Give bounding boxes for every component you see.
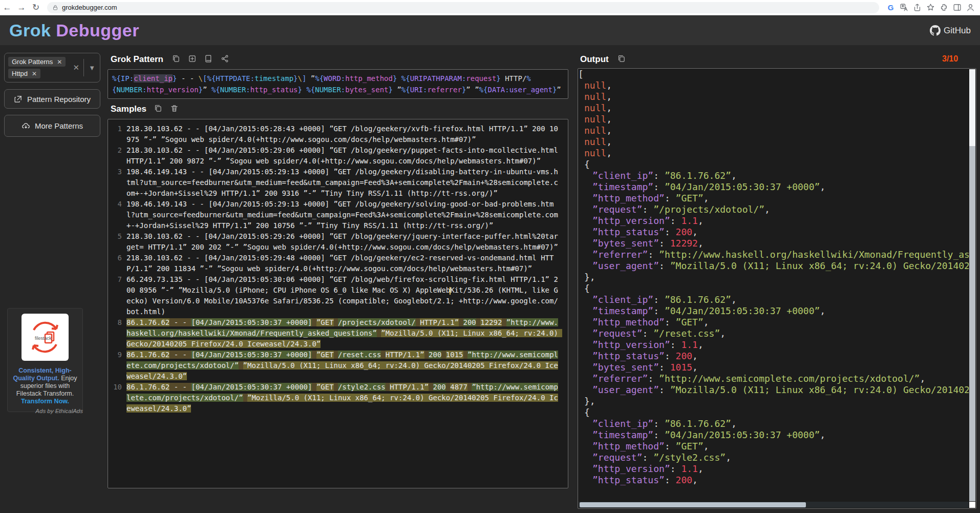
- title-grok: Grok: [9, 20, 51, 40]
- sample-line[interactable]: 2218.30.103.62 - - [04/Jan/2015:05:29:06…: [110, 145, 566, 167]
- output-line: ”request”: ”/projects/xdotool/”,: [578, 204, 969, 215]
- output-json: [null,null,null,null,null,null,null,{”cl…: [578, 68, 976, 509]
- sample-line[interactable]: 1218.30.103.62 - - [04/Jan/2015:05:28:43…: [110, 124, 566, 145]
- translate-icon[interactable]: [900, 3, 908, 12]
- title-debugger: Debugger: [56, 20, 139, 40]
- pattern-multiselect[interactable]: Grok Patterns ✕ Httpd ✕ ✕ ▼: [4, 53, 100, 83]
- cloud-download-icon: [22, 121, 30, 130]
- url-text: grokdebugger.com: [62, 4, 117, 11]
- side-panel-icon[interactable]: [953, 3, 962, 12]
- bookmark-star-icon[interactable]: [926, 3, 935, 12]
- grok-pattern-title: Grok Pattern: [111, 54, 163, 65]
- clear-all-icon[interactable]: ✕: [69, 63, 84, 72]
- chip-remove-icon[interactable]: ✕: [57, 58, 62, 66]
- grok-pattern-input[interactable]: %{IP:client_ip} - - \[%{HTTPDATE:timesta…: [108, 69, 568, 99]
- sample-text: 86.1.76.62 - - [04/Jan/2015:05:30:37 +00…: [126, 317, 561, 350]
- copy-icon[interactable]: [172, 54, 180, 63]
- sample-line[interactable]: 4198.46.149.143 - - [04/Jan/2015:05:29:1…: [110, 199, 566, 231]
- github-label: GitHub: [944, 26, 971, 36]
- output-line: null,: [578, 125, 969, 136]
- extensions-icon[interactable]: [940, 3, 948, 12]
- output-line: ”timestamp”: ”04/Jan/2015:05:30:37 +0000…: [578, 429, 969, 441]
- app-header: Grok Debugger GitHub: [0, 16, 980, 45]
- github-link[interactable]: GitHub: [930, 25, 971, 36]
- profile-icon[interactable]: [966, 3, 975, 12]
- output-line: ”http_status”: 200,: [578, 351, 969, 362]
- advertisement[interactable]: filestack Consistent, High-Quality Outpu…: [7, 308, 83, 412]
- chip-httpd[interactable]: Httpd ✕: [8, 69, 40, 78]
- samples-input[interactable]: 1218.30.103.62 - - [04/Jan/2015:05:28:43…: [108, 119, 568, 488]
- output-line: null,: [578, 80, 969, 91]
- sample-text: 66.249.73.135 - - [04/Jan/2015:05:30:06 …: [126, 274, 561, 317]
- sample-line[interactable]: 886.1.76.62 - - [04/Jan/2015:05:30:37 +0…: [110, 317, 566, 350]
- external-link-icon: [14, 95, 23, 104]
- ad-text: Consistent, High-Quality Output. Enjoy s…: [11, 367, 79, 405]
- output-line: ”http_method”: ”GET”,: [578, 317, 969, 328]
- output-line: {: [578, 159, 969, 170]
- more-patterns-button[interactable]: More Patterns: [4, 115, 100, 137]
- scrollbar-corner: [969, 502, 975, 508]
- sample-text: 218.30.103.62 - - [04/Jan/2015:05:29:48 …: [126, 253, 561, 274]
- add-icon[interactable]: [188, 54, 197, 63]
- sample-line[interactable]: 3198.46.149.143 - - [04/Jan/2015:05:29:1…: [110, 167, 566, 199]
- ad-cta-link[interactable]: Transform Now.: [21, 398, 69, 405]
- sample-text: 218.30.103.62 - - [04/Jan/2015:05:29:06 …: [126, 145, 561, 167]
- output-line: ”http_version”: 1.1,: [578, 463, 969, 475]
- sample-text: 198.46.149.143 - - [04/Jan/2015:05:29:13…: [126, 199, 561, 231]
- line-number: 10: [110, 382, 126, 414]
- output-line: null,: [578, 91, 969, 102]
- chip-grok-patterns[interactable]: Grok Patterns ✕: [8, 57, 66, 67]
- output-line: null,: [578, 136, 969, 148]
- output-line: ”request”: ”/style2.css”,: [578, 452, 969, 463]
- browser-actions: G: [886, 3, 980, 12]
- url-bar[interactable]: grokdebugger.com: [47, 2, 879, 13]
- output-line: {: [578, 407, 969, 418]
- output-line: null,: [578, 102, 969, 114]
- sample-line[interactable]: 766.249.73.135 - - [04/Jan/2015:05:30:06…: [110, 274, 566, 317]
- share-pattern-icon[interactable]: [221, 54, 229, 63]
- output-line: null,: [578, 114, 969, 125]
- github-icon: [930, 25, 941, 36]
- sample-line[interactable]: 6218.30.103.62 - - [04/Jan/2015:05:29:48…: [110, 253, 566, 274]
- google-icon[interactable]: G: [886, 3, 895, 12]
- chip-remove-icon[interactable]: ✕: [32, 70, 37, 77]
- horizontal-scroll-thumb[interactable]: [580, 502, 806, 507]
- output-line: ”http_status”: 200,: [578, 227, 969, 238]
- pattern-repository-label: Pattern Repository: [27, 95, 91, 104]
- ads-by-label[interactable]: Ads by EthicalAds: [4, 408, 83, 414]
- sample-line[interactable]: 5218.30.103.62 - - [04/Jan/2015:05:29:26…: [110, 231, 566, 253]
- pattern-line: %{IP:client_ip} - - \[%{HTTPDATE:timesta…: [112, 73, 564, 84]
- reload-icon[interactable]: ↻: [29, 2, 43, 13]
- output-line: ”referrer”: ”http://www.haskell.org/hask…: [578, 249, 969, 260]
- output-line: [: [578, 69, 969, 80]
- samples-actions: [154, 104, 179, 113]
- sample-text: 86.1.76.62 - - [04/Jan/2015:05:30:37 +00…: [126, 350, 561, 382]
- trash-icon[interactable]: [170, 104, 179, 113]
- output-line: ”http_version”: 1.1,: [578, 339, 969, 351]
- output-line: ”client_ip”: ”86.1.76.62”,: [578, 418, 969, 429]
- pattern-repository-button[interactable]: Pattern Repository: [4, 89, 100, 109]
- back-icon[interactable]: ←: [0, 3, 14, 13]
- copy-output-icon[interactable]: [617, 54, 626, 63]
- output-vertical-scrollbar[interactable]: [969, 69, 975, 501]
- chevron-down-icon[interactable]: ▼: [84, 64, 100, 72]
- share-icon[interactable]: [913, 3, 922, 12]
- output-line: {: [578, 283, 969, 294]
- forward-icon[interactable]: →: [14, 3, 29, 13]
- sample-line[interactable]: 1086.1.76.62 - - [04/Jan/2015:05:30:37 +…: [110, 382, 566, 414]
- sample-text: 86.1.76.62 - - [04/Jan/2015:05:30:37 +00…: [126, 382, 561, 414]
- library-icon[interactable]: [204, 54, 213, 63]
- more-patterns-label: More Patterns: [35, 121, 83, 130]
- line-number: 2: [110, 145, 126, 167]
- sample-line[interactable]: 986.1.76.62 - - [04/Jan/2015:05:30:37 +0…: [110, 350, 566, 382]
- sample-text: 198.46.149.143 - - [04/Jan/2015:05:29:13…: [126, 167, 561, 199]
- lock-icon: [52, 5, 58, 11]
- vertical-scroll-thumb[interactable]: [969, 69, 975, 146]
- line-number: 7: [110, 274, 126, 317]
- copy-samples-icon[interactable]: [154, 104, 162, 113]
- chip-label: Httpd: [12, 70, 28, 77]
- line-number: 5: [110, 231, 126, 253]
- output-horizontal-scrollbar[interactable]: [579, 502, 969, 508]
- line-number: 9: [110, 350, 126, 382]
- page-title: Grok Debugger: [9, 20, 139, 40]
